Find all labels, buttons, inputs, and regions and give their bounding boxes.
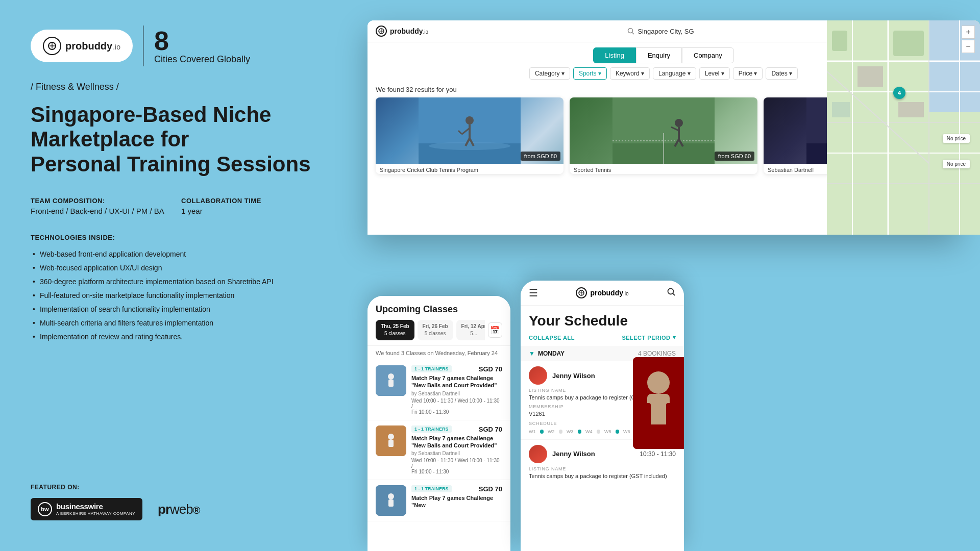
tech-item: Web-focused application UX/UI design (31, 261, 316, 275)
listing-image-1: from SGD 80 (376, 97, 564, 164)
filter-keyword[interactable]: Keyword ▾ (610, 67, 650, 80)
phone2-title: Your Schedule (521, 306, 684, 334)
booking-name-2: Jenny Wilson (552, 450, 595, 458)
bw-icon: bw (38, 502, 52, 516)
week-dot-w2 (559, 430, 563, 434)
logo-area: probuddy .io 8 Cities Covered Globally (31, 26, 316, 66)
zoom-in-button[interactable]: + (962, 26, 975, 39)
trainer-badge-3: 1 - 1 TRAINERS (411, 485, 452, 492)
map-area: 4 No price No price + − (827, 20, 980, 235)
class-info-3: 1 - 1 TRAINERS SGD 70 Match Play 7 games… (411, 485, 502, 511)
week-dot-w4 (597, 430, 601, 434)
results-count: We found 32 results for you (376, 86, 457, 93)
cities-count: 8 (154, 28, 250, 54)
svg-rect-52 (832, 102, 850, 117)
calendar-icon[interactable]: 📅 (488, 322, 502, 338)
listing-label-2: LISTING NAME (529, 466, 676, 471)
svg-point-54 (388, 373, 394, 380)
featured-label: FEATURED ON: (31, 484, 316, 491)
class-price-3: SGD 70 (479, 485, 502, 493)
collapse-all-button[interactable]: COLLAPSE ALL (529, 335, 575, 341)
zoom-out-button[interactable]: − (962, 40, 975, 53)
svg-line-7 (632, 33, 634, 35)
select-period-button[interactable]: SELECT PERIOD ▾ (622, 334, 676, 341)
collab-info: COLLABORATION TIME 1 year (181, 197, 316, 215)
hamburger-icon[interactable]: ☰ (529, 287, 538, 299)
left-panel: probuddy .io 8 Cities Covered Globally /… (0, 0, 347, 551)
class-title-1: Match Play 7 games Challenge "New Balls … (411, 374, 502, 389)
businesswire-logo: bw businesswire A BERKSHIRE HATHAWAY COM… (31, 498, 142, 520)
featured-logos: bw businesswire A BERKSHIRE HATHAWAY COM… (31, 498, 316, 520)
collab-label: COLLABORATION TIME (181, 197, 316, 205)
tech-item: Web-based front-end application developm… (31, 247, 316, 261)
svg-rect-58 (388, 440, 394, 447)
filter-language[interactable]: Language ▾ (653, 67, 696, 80)
info-grid: TEAM COMPOSITION: Front-end / Back-end /… (31, 197, 316, 215)
divider (143, 26, 144, 66)
phone2-logo-icon (576, 287, 587, 298)
date-tab-2[interactable]: Fri, 26 Feb 5 classes (418, 320, 453, 340)
class-schedule-1: Wed 10:00 - 11:30 / Wed 10:00 - 11:30 / (411, 398, 502, 409)
cities-label: Cities Covered Globally (154, 54, 250, 65)
team-info: TEAM COMPOSITION: Front-end / Back-end /… (31, 197, 166, 215)
tab-listing[interactable]: Listing (593, 47, 636, 63)
browser-logo-text: probuddy.io (390, 27, 428, 35)
phone2-search-icon[interactable] (667, 287, 676, 298)
date-tab-1[interactable]: Thu, 25 Feb 5 classes (376, 320, 414, 340)
cities-info: 8 Cities Covered Globally (154, 28, 250, 65)
class-schedule-2: Wed 10:00 - 11:30 / Wed 10:00 - 11:30 / (411, 458, 502, 469)
phone2-menu-area: ☰ (529, 287, 538, 299)
right-panel: probuddy.io Singapore City, SG Home Clie… (347, 0, 980, 551)
browser-search[interactable]: Singapore City, SG (627, 28, 694, 35)
week-dot-w3 (578, 430, 582, 434)
tech-title: TECHNOLOGIES INSIDE: (31, 234, 316, 241)
svg-rect-49 (893, 31, 924, 56)
tech-section: TECHNOLOGIES INSIDE: Web-based front-end… (31, 234, 316, 344)
svg-rect-70 (641, 403, 651, 429)
browser-logo: probuddy.io (376, 26, 428, 37)
bookings-count: 4 BOOKINGS (638, 350, 676, 357)
tab-enquiry[interactable]: Enquiry (636, 47, 682, 63)
filter-level[interactable]: Level ▾ (699, 67, 730, 80)
filter-dates[interactable]: Dates ▾ (766, 67, 798, 80)
class-item-2[interactable]: 1 - 1 TRAINERS SGD 70 Match Play 7 games… (368, 420, 510, 481)
phone-mockup-schedule: ☰ probuddy.io Your Sche (521, 281, 684, 551)
map-controls: + − (962, 26, 975, 53)
class-item-3[interactable]: 1 - 1 TRAINERS SGD 70 Match Play 7 games… (368, 480, 510, 521)
filter-sports[interactable]: Sports ▾ (573, 67, 607, 80)
listing-card-2[interactable]: from SGD 60 Sported Tennis (570, 97, 757, 174)
filter-price[interactable]: Price ▾ (733, 67, 763, 80)
logo-icon (43, 37, 61, 55)
class-schedule-2b: Fri 10:00 - 11:30 (411, 469, 502, 474)
svg-point-10 (429, 142, 510, 150)
tab-company[interactable]: Company (682, 47, 734, 63)
avatar-2 (529, 445, 547, 463)
phone1-results: We found 3 Classes on Wednesday, Februar… (368, 346, 510, 360)
booking-person-left-1: Jenny Wilson (529, 366, 595, 385)
phone2-logo: probuddy.io (576, 287, 628, 298)
class-item-1[interactable]: 1 - 1 TRAINERS SGD 70 Match Play 7 games… (368, 360, 510, 420)
tech-item: 360-degree platform architecture impleme… (31, 275, 316, 289)
listing-card-1[interactable]: from SGD 80 Singapore Cricket Club Tenni… (376, 97, 564, 174)
svg-rect-51 (898, 102, 924, 117)
svg-line-66 (673, 293, 675, 295)
browser-logo-icon (376, 26, 387, 37)
booking-name-1: Jenny Wilson (552, 372, 595, 380)
svg-point-21 (675, 119, 683, 127)
trainer-badge-1: 1 - 1 TRAINERS (411, 365, 452, 372)
svg-point-60 (388, 493, 394, 499)
date-tab-3[interactable]: Fri, 12 Apr 5... (456, 320, 485, 340)
logo-name: probuddy (65, 40, 112, 52)
svg-rect-50 (857, 66, 883, 87)
class-image-3 (376, 485, 406, 516)
filter-category[interactable]: Category ▾ (529, 67, 570, 80)
map-label-1: No price (943, 134, 970, 143)
listing-name-2: Sported Tennis (570, 164, 757, 174)
tech-list: Web-based front-end application developm… (31, 247, 316, 344)
week-dot-w1 (540, 430, 544, 434)
week-dot-w5 (616, 430, 620, 434)
svg-rect-48 (832, 31, 847, 51)
main-content: / Fitness & Wellness / Singapore-Based N… (31, 66, 316, 484)
class-schedule-1b: Fri 10:00 - 11:30 (411, 409, 502, 415)
svg-point-57 (388, 434, 394, 440)
